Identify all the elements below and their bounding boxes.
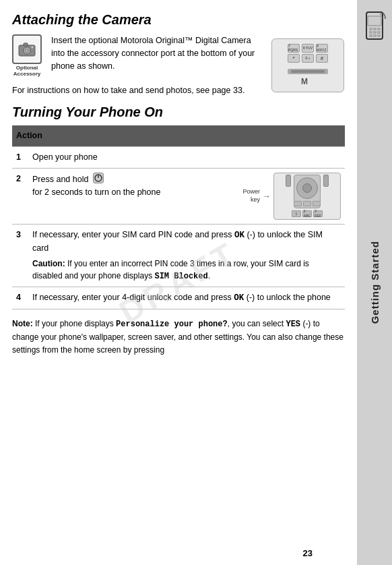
svg-rect-17 [373, 34, 377, 37]
step-1-num: 1 [12, 147, 28, 169]
step-2-image: Powerkey → [238, 168, 345, 224]
phone-top-image: 7 PQRS 8 TUV 9 WXYZ * 0 + # [271, 38, 344, 92]
motorola-logo-area: M [300, 76, 315, 88]
step-2-content: Press and hold for 2 seconds to turn on … [28, 168, 238, 224]
table-header: Action [12, 125, 345, 146]
svg-rect-15 [377, 31, 381, 34]
yes-label: YES [286, 320, 300, 329]
table-row: 4 If necessary, enter your 4-digit unloc… [12, 287, 345, 309]
camera-icon [18, 41, 36, 57]
step-2-text: Press and hold for 2 seconds to turn on … [32, 173, 233, 199]
svg-rect-12 [377, 28, 381, 30]
svg-text:M: M [301, 77, 308, 86]
sim-blocked-label: SIM Blocked [154, 272, 207, 281]
step-3-content: If necessary, enter your SIM card PIN co… [28, 224, 345, 287]
svg-rect-18 [377, 34, 381, 37]
svg-rect-10 [369, 28, 372, 30]
key-8: 8 TUV [302, 44, 314, 53]
key-9: 9 WXYZ [316, 44, 328, 53]
key-hash: # [316, 54, 328, 63]
table-row: 2 Press and hold for 2 seconds [12, 168, 345, 224]
note-section: Note: If your phone displays Personalize… [12, 318, 345, 357]
step-4-content: If necessary, enter your 4-digit unlock … [28, 287, 345, 309]
power-icon [94, 174, 102, 182]
table-row: 3 If necessary, enter your SIM card PIN … [12, 224, 345, 287]
svg-point-2 [25, 49, 29, 53]
attaching-body-text: Insert the optional Motorola Original™ D… [51, 34, 264, 72]
turning-title: Turning Your Phone On [12, 105, 345, 120]
tab-phone-icon [362, 11, 387, 42]
ok-label-2: OK [234, 293, 244, 303]
motorola-logo: M [300, 76, 315, 86]
table-row: 1 Open your phone [12, 147, 345, 169]
svg-rect-16 [369, 34, 372, 37]
power-key-icon [93, 173, 104, 183]
page-number: 23 [303, 548, 313, 558]
step-1-content: Open your phone [28, 147, 345, 169]
key-0: 0 + [302, 54, 314, 63]
action-table: Action 1 Open your phone 2 Press and hol [12, 125, 345, 309]
right-tab-label: Getting Started [369, 241, 381, 324]
personalize-label: Personalize your phone? [116, 320, 228, 329]
step-3-caution: Caution: If you enter an incorrect PIN c… [32, 258, 341, 282]
svg-rect-14 [373, 31, 377, 34]
svg-rect-3 [24, 43, 28, 46]
svg-rect-11 [373, 28, 377, 30]
attaching-left: Optional Accessory Insert the optional M… [12, 34, 264, 96]
accessory-icon-box [12, 34, 42, 64]
step-4-num: 4 [12, 287, 28, 309]
step-4-text: If necessary, enter your 4-digit unlock … [32, 291, 341, 305]
attaching-sub-text: For instructions on how to take and send… [12, 84, 264, 97]
right-tab: Getting Started [357, 0, 392, 565]
optional-accessory-icon: Optional Accessory [12, 34, 42, 78]
svg-rect-13 [369, 31, 372, 34]
phone-top-image-area: 7 PQRS 8 TUV 9 WXYZ * 0 + # [271, 34, 345, 96]
page: DRAFT Attaching the Camera [0, 0, 392, 565]
svg-rect-9 [368, 16, 381, 26]
svg-point-4 [32, 47, 34, 49]
main-content: DRAFT Attaching the Camera [0, 0, 357, 565]
phone-side-image: 1 2ABC 3DEF [273, 173, 341, 220]
key-star: * [288, 54, 300, 63]
note-text: Note: If your phone displays Personalize… [12, 318, 345, 357]
phone-icon [362, 11, 387, 40]
attaching-section: Optional Accessory Insert the optional M… [12, 34, 345, 96]
step-3-text: If necessary, enter your SIM card PIN co… [32, 229, 341, 255]
attaching-title: Attaching the Camera [12, 12, 345, 28]
step-3-num: 3 [12, 224, 28, 287]
note-label: Note: [12, 319, 33, 328]
key-7: 7 PQRS [288, 44, 300, 53]
caution-label: Caution: [32, 259, 65, 268]
step-2-num: 2 [12, 168, 28, 224]
ok-label: OK [234, 231, 244, 240]
accessory-label: Optional Accessory [12, 65, 42, 78]
